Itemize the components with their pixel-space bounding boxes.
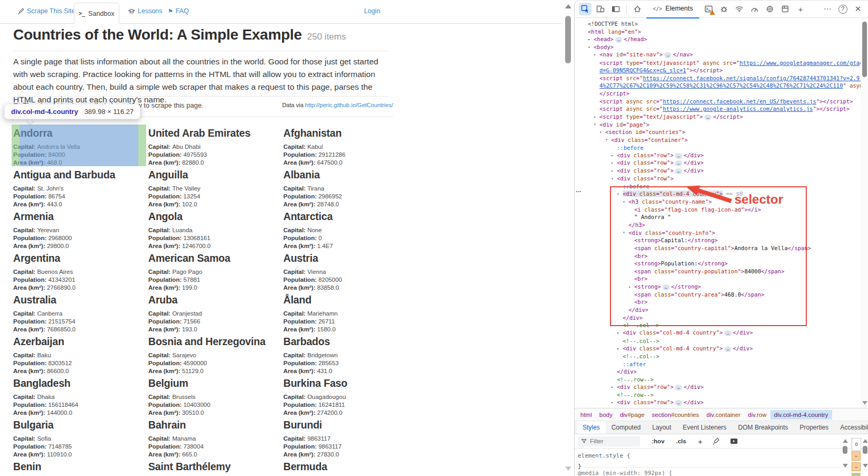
code-line[interactable]: <strong>Population:</strong> [582,260,861,268]
expand-arrow-icon[interactable]: ▸ [611,385,617,389]
element-style-rule[interactable]: element.style { } [578,451,630,472]
styles-scrollbar-thumb[interactable] [843,446,847,454]
code-line[interactable]: </h3> [582,221,861,229]
code-line[interactable]: </div> [582,368,861,376]
login-link[interactable]: Login [364,7,380,15]
code-line[interactable]: <!--.col--> [582,337,861,345]
styles-scroll-up-arrow[interactable] [843,439,848,443]
expand-arrow-icon[interactable]: ▸ [617,346,623,351]
style-filter-input[interactable]: Filter [578,436,640,446]
application-tool-button[interactable] [779,3,791,15]
nav-brand-link[interactable]: Scrape This Site [17,7,75,15]
code-line[interactable]: <script type="text/javascript" async src… [582,59,861,66]
tab-elements[interactable]: </> Elements [646,0,699,18]
collapse-arrow-icon[interactable]: ▾ [623,199,628,204]
performance-tool-button[interactable] [748,3,761,15]
code-line[interactable]: <br> [582,252,861,260]
network-tool-button[interactable] [733,3,746,15]
breadcrumb-item[interactable]: div.container [703,410,744,420]
code-line[interactable]: </div> [582,306,861,314]
code-line[interactable]: ▸<div class="col-md-4 country">…</div> [582,329,861,337]
code-line[interactable]: <strong>Capital:</strong> [582,236,861,244]
close-devtools-button[interactable]: ✕ [852,3,864,15]
more-tabs-button[interactable]: + [794,3,807,15]
collapse-arrow-icon[interactable]: ▾ [599,130,605,135]
styles-scroll-down-arrow[interactable] [843,464,848,468]
code-line[interactable]: ▾<section id="countries"> [582,128,861,136]
code-line[interactable]: <!--.row--> [582,375,861,383]
expand-arrow-icon[interactable]: ▸ [628,284,634,289]
expand-arrow-icon[interactable]: ▸ [611,153,617,158]
code-line[interactable]: ▸<div class="row">…</div> [582,398,861,406]
page-scrollbar-thumb[interactable] [565,16,571,63]
code-line[interactable]: ▸<div class="row">…</div> [582,167,861,175]
code-line[interactable]: ▾<div class="container"> [582,136,861,144]
code-line[interactable]: ::after [582,360,861,368]
nav-tab-sandbox[interactable]: >_ Sandbox [74,3,119,24]
code-line[interactable]: ▾<div class="col-md-4 country"> == $0 [582,190,861,198]
collapse-arrow-icon[interactable]: ▾ [588,45,594,50]
expand-arrow-icon[interactable]: ▸ [594,52,599,57]
breadcrumb-item[interactable]: body [596,410,616,420]
collapse-arrow-icon[interactable]: ▾ [623,230,628,235]
code-line[interactable]: ▾<div class="country-info"> [582,229,861,236]
collapse-arrow-icon[interactable]: ▾ [611,176,617,181]
new-style-rule-button[interactable]: + [698,437,702,446]
code-line[interactable]: <script src="https://connect.facebook.ne… [582,74,861,82]
help-button[interactable]: ? [836,3,849,15]
sidebar-tab-event-listeners[interactable]: Event Listeners [677,421,732,434]
code-line[interactable]: <!--.col--> [582,321,861,329]
code-line[interactable]: <html lang="en"> [582,28,861,36]
scroll-down-arrow[interactable] [565,467,571,471]
breadcrumb-item[interactable]: section#countries [648,410,703,420]
code-line[interactable]: ▾<body> [582,43,861,51]
code-line[interactable]: <script async src="https://connect.faceb… [582,97,861,105]
code-line[interactable]: ▾<h3 class="country-name"> [582,198,861,206]
styles-pane-scrollbar[interactable] [842,437,848,476]
panel-layout-button[interactable] [609,3,622,15]
toggle-class-button[interactable]: .cls [676,438,686,444]
sidebar-tab-properties[interactable]: Properties [794,421,835,434]
expand-arrow-icon[interactable]: ▸ [611,160,617,165]
console-tool-button[interactable] [702,3,715,15]
breadcrumb-item[interactable]: div#page [616,410,648,420]
code-line[interactable]: </script> [582,90,861,98]
code-line[interactable]: ▸<div class="col-md-4 country">…</div> [582,345,861,353]
rendering-brush-icon[interactable] [712,437,720,445]
breadcrumb-item[interactable]: div.col-md-4.country [770,410,832,420]
code-line[interactable]: ▸<script type="text/javascript">…</scrip… [582,113,861,121]
right-scroll-down-arrow[interactable] [863,464,868,468]
expand-arrow-icon[interactable]: ▸ [611,400,617,405]
sidebar-tab-accessibility[interactable]: Accessibility [834,421,868,434]
code-line[interactable]: ▸<div class="row">…</div> [582,159,861,167]
code-line[interactable]: <script async src="https://www.google-an… [582,105,861,113]
code-line[interactable]: ▸<head>…</head> [582,35,861,43]
code-line[interactable]: <span class="country-capital">Andorra la… [582,244,861,252]
toggle-hover-state-button[interactable]: :hov [652,438,664,444]
code-line[interactable]: ▾<div class="row"> [582,175,861,183]
data-source-link[interactable]: http://peric.github.io/GetCountries/ [305,102,393,108]
page-scrollbar[interactable] [562,0,574,476]
code-line[interactable]: </div> [582,313,861,321]
more-options-button[interactable]: ⋯ [821,3,834,15]
code-line[interactable]: " Andorra " [582,213,861,221]
expand-arrow-icon[interactable]: ▸ [588,37,594,42]
selected-node-menu-dots[interactable]: … [576,187,582,193]
code-line[interactable]: ::before [582,182,861,190]
expand-arrow-icon[interactable]: ▸ [594,115,599,119]
memory-tool-button[interactable] [764,3,776,15]
code-line[interactable]: <i class="flag-icon flag-icon-ad"></i> [582,205,861,213]
code-line[interactable]: ▸<strong>…</strong> [582,283,861,291]
code-line[interactable]: ▾<div id="page"> [582,120,861,128]
collapse-arrow-icon[interactable]: ▾ [594,122,599,127]
collapse-arrow-icon[interactable]: ▾ [617,192,623,196]
code-line[interactable]: <br> [582,275,861,283]
sidebar-tab-computed[interactable]: Computed [606,421,646,434]
code-line[interactable]: <!--.col--> [582,353,861,360]
expand-arrow-icon[interactable]: ▸ [617,330,623,335]
sidebar-tab-styles[interactable]: Styles [577,421,606,434]
tree-scroll-down-arrow[interactable] [862,401,867,405]
code-line[interactable]: <span class="country-area">468.0</span> [582,290,861,298]
breadcrumb-item[interactable]: html [577,410,596,420]
expand-arrow-icon[interactable]: ▸ [611,168,617,173]
